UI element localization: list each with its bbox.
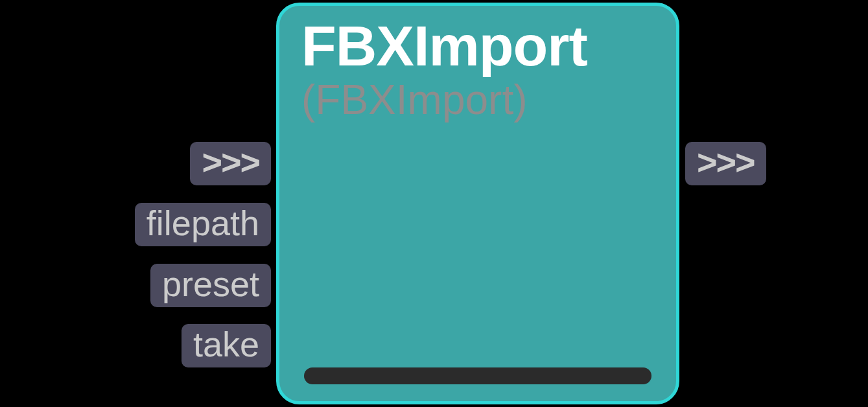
node-footer-bar [304,367,651,384]
graph-canvas[interactable]: FBXImport (FBXImport) >>> filepath prese… [0,0,868,407]
port-label: >>> [202,143,259,181]
port-label: preset [162,264,259,303]
input-port-filepath[interactable]: filepath [135,203,271,246]
port-label: filepath [147,204,259,242]
input-port-take[interactable]: take [182,324,271,367]
port-label: >>> [697,143,755,181]
port-label: take [193,325,259,364]
node-type-label: (FBXImport) [301,77,654,122]
node-fbximport[interactable]: FBXImport (FBXImport) [276,3,679,404]
input-port-preset[interactable]: preset [150,264,271,307]
input-port-exec[interactable]: >>> [190,142,271,185]
output-port-exec[interactable]: >>> [685,142,766,185]
node-title: FBXImport [301,17,654,75]
